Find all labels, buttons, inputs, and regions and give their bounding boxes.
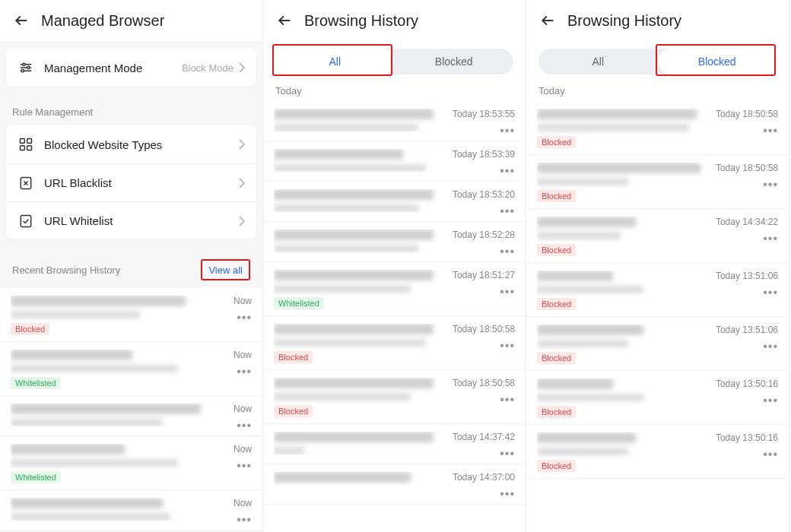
history-item[interactable]: Blocked Today 13:50:16 ••• bbox=[526, 425, 789, 479]
back-button[interactable] bbox=[11, 10, 32, 31]
history-item[interactable]: Today 18:53:55 ••• bbox=[263, 101, 526, 141]
history-item-time: Now bbox=[233, 350, 252, 360]
more-button[interactable]: ••• bbox=[237, 314, 252, 321]
more-button[interactable]: ••• bbox=[763, 235, 778, 242]
status-tag: Blocked bbox=[537, 406, 576, 418]
tab-blocked[interactable]: Blocked bbox=[395, 49, 514, 74]
more-button[interactable]: ••• bbox=[763, 397, 778, 404]
page-title: Browsing History bbox=[304, 12, 418, 30]
history-item-url bbox=[537, 124, 689, 131]
history-item-title bbox=[11, 498, 163, 508]
more-button[interactable]: ••• bbox=[237, 516, 252, 524]
segmented-control-wrap: All Blocked bbox=[263, 41, 526, 79]
recent-history-label: Recent Browsing History bbox=[12, 264, 120, 276]
history-item[interactable]: Today 18:53:20 ••• bbox=[263, 182, 526, 222]
history-item[interactable]: Blocked Today 13:51:06 ••• bbox=[526, 263, 789, 317]
history-item-title bbox=[537, 163, 700, 173]
history-item[interactable]: Now ••• bbox=[0, 396, 262, 436]
history-item[interactable]: Today 14:37:42 ••• bbox=[263, 424, 526, 464]
history-item[interactable]: Blocked Today 18:50:58 ••• bbox=[263, 316, 526, 370]
history-item[interactable]: Blocked Now ••• bbox=[0, 288, 262, 342]
more-button[interactable]: ••• bbox=[500, 288, 515, 296]
url-whitelist-row[interactable]: URL Whitelist bbox=[6, 201, 256, 239]
history-item[interactable]: Blocked Today 13:51:06 ••• bbox=[526, 317, 789, 371]
history-item[interactable]: Blocked Today 18:50:58 ••• bbox=[526, 155, 789, 209]
more-button[interactable]: ••• bbox=[763, 343, 778, 350]
header: Browsing History bbox=[263, 0, 526, 41]
back-button[interactable] bbox=[274, 10, 295, 31]
history-item-time: Today 14:37:00 bbox=[453, 472, 515, 483]
svg-point-6 bbox=[21, 70, 24, 72]
history-item[interactable]: Blocked Today 13:50:16 ••• bbox=[526, 371, 789, 425]
tab-blocked[interactable]: Blocked bbox=[658, 49, 777, 74]
svg-point-2 bbox=[23, 63, 25, 65]
more-button[interactable]: ••• bbox=[500, 207, 515, 215]
history-item[interactable]: Today 18:53:39 ••• bbox=[263, 141, 526, 182]
tab-all[interactable]: All bbox=[275, 49, 395, 74]
history-item[interactable]: Blocked Today 18:50:58 ••• bbox=[263, 370, 526, 424]
history-item-time: Today 14:34:22 bbox=[716, 217, 778, 227]
status-tag: Whitelisted bbox=[274, 297, 324, 309]
history-item[interactable]: Blocked Today 14:34:22 ••• bbox=[526, 209, 789, 263]
more-button[interactable]: ••• bbox=[763, 127, 778, 135]
history-item-title bbox=[274, 270, 434, 280]
history-item-title bbox=[537, 217, 636, 227]
more-button[interactable]: ••• bbox=[500, 127, 515, 135]
arrow-left-icon bbox=[277, 13, 292, 28]
history-item[interactable]: Whitelisted Today 18:51:27 ••• bbox=[263, 262, 526, 316]
page-title: Browsing History bbox=[567, 12, 681, 30]
more-button[interactable]: ••• bbox=[500, 396, 515, 404]
more-button[interactable]: ••• bbox=[763, 289, 778, 296]
view-all-link[interactable]: View all bbox=[208, 264, 243, 276]
status-tag: Blocked bbox=[11, 323, 49, 335]
pane-history-blocked: Browsing History All Blocked Today Block… bbox=[526, 0, 789, 532]
more-button[interactable]: ••• bbox=[500, 450, 515, 458]
history-item-time: Today 18:50:58 bbox=[716, 109, 778, 119]
svg-rect-7 bbox=[21, 139, 25, 144]
history-item[interactable]: Now ••• bbox=[0, 490, 262, 530]
history-item-time: Today 18:50:58 bbox=[716, 163, 778, 173]
more-button[interactable]: ••• bbox=[500, 342, 515, 350]
history-item-title bbox=[11, 444, 125, 454]
more-button[interactable]: ••• bbox=[500, 167, 515, 175]
history-item[interactable]: Today 14:37:00 ••• bbox=[263, 464, 526, 505]
segmented-control-wrap: All Blocked bbox=[526, 41, 789, 79]
history-item-time: Today 13:51:06 bbox=[716, 271, 778, 281]
history-item-url bbox=[274, 164, 426, 172]
tab-all[interactable]: All bbox=[538, 49, 658, 74]
back-button[interactable] bbox=[537, 10, 558, 31]
chevron-right-icon bbox=[238, 139, 246, 150]
today-label: Today bbox=[526, 79, 789, 101]
more-button[interactable]: ••• bbox=[237, 462, 252, 470]
status-tag: Blocked bbox=[537, 352, 576, 364]
history-item-time: Today 18:52:28 bbox=[453, 230, 515, 240]
pane1-body: Management Mode Block Mode Rule Manageme… bbox=[0, 41, 262, 532]
history-item[interactable]: Today 18:52:28 ••• bbox=[263, 222, 526, 262]
more-button[interactable]: ••• bbox=[237, 368, 252, 375]
more-button[interactable]: ••• bbox=[500, 248, 515, 255]
history-item-title bbox=[274, 432, 434, 442]
history-item[interactable]: Whitelisted Now ••• bbox=[0, 436, 262, 490]
more-button[interactable]: ••• bbox=[500, 490, 515, 498]
status-tag: Blocked bbox=[537, 460, 576, 472]
chevron-right-icon bbox=[238, 216, 246, 226]
history-item-time: Today 14:37:42 bbox=[453, 432, 515, 442]
history-item-url bbox=[274, 124, 418, 131]
history-item-title bbox=[537, 325, 643, 335]
management-mode-row[interactable]: Management Mode Block Mode bbox=[6, 49, 256, 87]
blocked-types-row[interactable]: Blocked Website Types bbox=[6, 125, 256, 163]
url-blacklist-label: URL Blacklist bbox=[44, 176, 238, 189]
history-item[interactable]: Whitelisted Now ••• bbox=[0, 342, 262, 396]
more-button[interactable]: ••• bbox=[237, 422, 252, 429]
mgmt-mode-card: Management Mode Block Mode bbox=[6, 49, 256, 87]
header: Managed Browser bbox=[0, 0, 262, 41]
history-item-title bbox=[11, 296, 186, 306]
whitelist-icon bbox=[17, 214, 35, 229]
more-button[interactable]: ••• bbox=[763, 451, 778, 458]
chevron-right-icon bbox=[238, 62, 246, 73]
url-blacklist-row[interactable]: URL Blacklist bbox=[6, 163, 256, 201]
more-button[interactable]: ••• bbox=[763, 181, 778, 188]
history-item[interactable]: Blocked Today 18:50:58 ••• bbox=[526, 101, 789, 155]
history-item-url bbox=[11, 459, 178, 467]
rule-management-header: Rule Management bbox=[0, 94, 262, 125]
